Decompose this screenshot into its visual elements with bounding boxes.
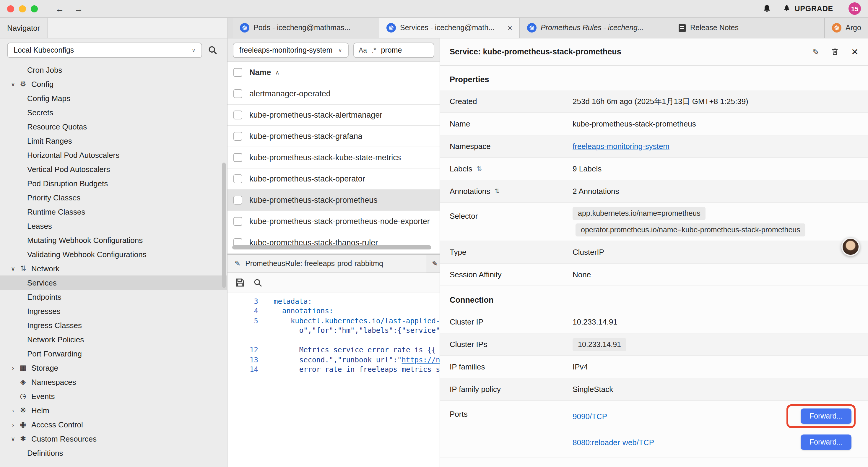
horizontal-scrollbar[interactable] (232, 245, 431, 249)
sidebar-item-helm[interactable]: ›☸Helm (0, 403, 227, 417)
row-checkbox[interactable] (234, 153, 242, 162)
sidebar-item-events[interactable]: ◷Events (0, 389, 227, 403)
gear-icon: ⚙ (18, 80, 28, 88)
sidebar-item-network-policies[interactable]: Network Policies (0, 332, 227, 346)
match-case-toggle[interactable]: Aa (359, 47, 367, 54)
table-row-kube-prometheus-stack-prometheus-node-expo[interactable]: kube-prometheus-stack-prometheus-node-ex… (227, 211, 440, 232)
sidebar-item-custom-resources[interactable]: ∨✱Custom Resources (0, 432, 227, 446)
tab-prometheus-rules-icecheng[interactable]: ☸Prometheus Rules - icecheng... (520, 18, 671, 38)
tab-argo-s[interactable]: ☸Argo S (825, 18, 868, 38)
chevron-down-icon: ∨ (192, 47, 195, 53)
table-row-kube-prometheus-stack-operator[interactable]: kube-prometheus-stack-operator (227, 169, 440, 190)
select-all-checkbox[interactable] (234, 68, 242, 77)
sidebar-item-pod-disruption-budgets[interactable]: Pod Disruption Budgets (0, 176, 227, 191)
editor-tab-prometheusrule[interactable]: ✎ PrometheusRule: freeleaps-prod-rabbitm… (227, 255, 427, 272)
sidebar-item-port-forwarding[interactable]: Port Forwarding (0, 346, 227, 360)
port-link-9090-tcp[interactable]: 9090/TCP (572, 412, 607, 420)
tab-services-icecheng-math[interactable]: ☸Services - icecheng@math...× (379, 18, 520, 38)
notifications-bell-icon[interactable] (762, 4, 771, 13)
tab-close-icon[interactable]: × (503, 23, 512, 32)
editor-line: 13 second.","runbook_url":"https://net (227, 355, 440, 365)
sidebar-item-network[interactable]: ∨⇅Network (0, 261, 227, 275)
sidebar-item-namespaces[interactable]: ◈Namespaces (0, 375, 227, 389)
sidebar-item-priority-classes[interactable]: Priority Classes (0, 191, 227, 205)
detail-title: Service: kube-prometheus-stack-prometheu… (450, 47, 621, 56)
tab-label: Pods - icecheng@mathmas... (253, 24, 350, 32)
tab-release-notes[interactable]: Release Notes (671, 18, 825, 38)
sidebar-item-resource-quotas[interactable]: Resource Quotas (0, 119, 227, 134)
minimize-window-button[interactable] (19, 5, 26, 12)
upgrade-button[interactable]: UPGRADE (782, 4, 833, 13)
detail-value: IPv4 (572, 362, 863, 371)
close-detail-icon[interactable]: ✕ (851, 47, 859, 57)
row-checkbox[interactable] (234, 217, 242, 226)
sidebar-item-mutating-webhook-configurations[interactable]: Mutating Webhook Configurations (0, 233, 227, 247)
search-input[interactable]: Aa .* prome (353, 42, 434, 58)
expand-toggle-icon[interactable]: ⇅ (494, 187, 500, 195)
row-checkbox[interactable] (234, 89, 242, 98)
namespace-selector[interactable]: freeleaps-monitoring-system ∨ (233, 42, 349, 58)
table-row-kube-prometheus-stack-kube-state-metrics[interactable]: kube-prometheus-stack-kube-state-metrics (227, 147, 440, 169)
regex-toggle[interactable]: .* (372, 47, 376, 54)
notification-count-badge[interactable]: 15 (848, 2, 861, 15)
sidebar-item-runtime-classes[interactable]: Runtime Classes (0, 205, 227, 219)
line-number: 14 (227, 365, 258, 375)
row-checkbox[interactable] (234, 132, 242, 141)
row-checkbox[interactable] (234, 196, 242, 205)
save-icon[interactable] (235, 278, 245, 287)
back-button[interactable]: ← (53, 4, 66, 13)
port-link-8080-reloader-web-tcp[interactable]: 8080:reloader-web/TCP (572, 438, 654, 447)
sidebar-item-storage[interactable]: ›▦Storage (0, 360, 227, 375)
sidebar-search-icon[interactable] (208, 46, 217, 55)
sidebar-item-endpoints[interactable]: Endpoints (0, 290, 227, 304)
list-filter-row: freeleaps-monitoring-system ∨ Aa .* prom… (227, 38, 440, 62)
sidebar-item-definitions[interactable]: Definitions (0, 446, 227, 460)
sidebar-item-ingress-classes[interactable]: Ingress Classes (0, 318, 227, 332)
sidebar-item-config[interactable]: ∨⚙Config (0, 77, 227, 91)
forward-button[interactable]: Forward... (801, 408, 851, 424)
sidebar-item-label: Port Forwarding (27, 349, 82, 358)
name-column-header[interactable]: Name (249, 68, 271, 77)
sidebar-item-label: Definitions (27, 448, 63, 457)
table-row-kube-prometheus-stack-grafana[interactable]: kube-prometheus-stack-grafana (227, 126, 440, 147)
sidebar-item-horizontal-pod-autoscalers[interactable]: Horizontal Pod Autoscalers (0, 148, 227, 162)
port-row: 8080:reloader-web/TCPForward... (572, 431, 863, 454)
table-row-alertmanager-operated[interactable]: alertmanager-operated (227, 83, 440, 105)
sidebar-item-access-control[interactable]: ›◉Access Control (0, 417, 227, 432)
delete-service-icon[interactable] (831, 47, 839, 56)
forward-button[interactable]: → (72, 4, 85, 13)
zoom-window-button[interactable] (31, 5, 38, 12)
editor-tab-partial[interactable]: ✎ (427, 255, 440, 272)
yaml-editor[interactable]: 3metadata:4 annotations:5 kubectl.kubern… (227, 293, 440, 467)
editor-line: 5 kubectl.kubernetes.io/last-applied-con… (227, 316, 440, 326)
row-checkbox[interactable] (234, 111, 242, 119)
sidebar-item-cron-jobs[interactable]: Cron Jobs (0, 63, 227, 77)
sidebar-item-config-maps[interactable]: Config Maps (0, 91, 227, 105)
table-row-kube-prometheus-stack-alertmanager[interactable]: kube-prometheus-stack-alertmanager (227, 105, 440, 126)
sidebar-item-leases[interactable]: Leases (0, 219, 227, 233)
sidebar-item-vertical-pod-autoscalers[interactable]: Vertical Pod Autoscalers (0, 162, 227, 176)
sidebar-item-services[interactable]: Services (0, 275, 227, 290)
table-row-kube-prometheus-stack-prometheus[interactable]: kube-prometheus-stack-prometheus (227, 190, 440, 211)
sidebar-item-label: Validating Webhook Configurations (27, 250, 147, 259)
row-checkbox[interactable] (234, 174, 242, 183)
sidebar-item-limit-ranges[interactable]: Limit Ranges (0, 134, 227, 148)
section-heading-properties: Properties (440, 66, 868, 90)
kubeconfig-selector[interactable]: Local Kubeconfigs ∨ (7, 42, 202, 58)
sidebar-item-secrets[interactable]: Secrets (0, 105, 227, 119)
editor-code (258, 335, 440, 345)
sidebar-item-ingresses[interactable]: Ingresses (0, 304, 227, 318)
sidebar-item-validating-webhook-configurations[interactable]: Validating Webhook Configurations (0, 247, 227, 261)
expand-toggle-icon[interactable]: ⇅ (476, 165, 482, 173)
table-row-prometheus-adapter[interactable]: prometheus-adapter (227, 254, 440, 254)
link-freeleaps-monitoring-system[interactable]: freeleaps-monitoring-system (572, 142, 670, 151)
table-row-kube-prometheus-stack-thanos-ruler[interactable]: kube-prometheus-stack-thanos-ruler (227, 232, 440, 254)
forward-button[interactable]: Forward... (801, 435, 851, 450)
floating-avatar[interactable] (841, 238, 860, 256)
editor-search-icon[interactable] (253, 278, 262, 287)
window-controls (7, 5, 38, 12)
tab-pods-icecheng-mathmas[interactable]: ☸Pods - icecheng@mathmas... (233, 18, 379, 38)
edit-service-icon[interactable]: ✎ (812, 47, 819, 56)
close-window-button[interactable] (7, 5, 14, 12)
sidebar-scrollbar[interactable] (222, 163, 226, 288)
